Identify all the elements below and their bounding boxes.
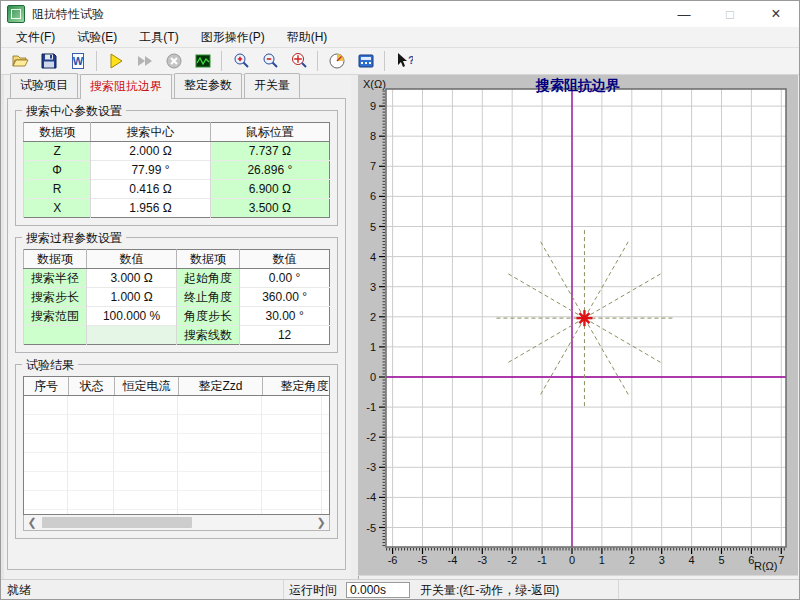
search-process-group: 搜索过程参数设置 数据项 数值 数据项 数值 搜索半径 3.000 Ω 起始角度…: [15, 237, 338, 353]
test-results-group: 试验结果 序号 状态 恒定电流 整定Zzd 整定角度 ❮: [15, 364, 338, 539]
svg-text:W: W: [72, 55, 83, 67]
results-hscrollbar[interactable]: ❮ ❯: [23, 515, 330, 531]
export-word-button[interactable]: W: [63, 48, 92, 75]
toolbar: W ?: [1, 47, 799, 75]
status-empty: [619, 580, 799, 600]
tab-setting-params[interactable]: 整定参数: [174, 73, 242, 98]
parameters-panel: 试验项目 搜索阻抗边界 整定参数 开关量 搜索中心参数设置 数据项 搜索中心 鼠…: [1, 75, 351, 579]
menu-test[interactable]: 试验(E): [68, 27, 126, 48]
context-help-button[interactable]: ?: [389, 48, 418, 75]
search-center-group: 搜索中心参数设置 数据项 搜索中心 鼠标位置 Z 2.000 Ω 7.737 Ω: [15, 110, 338, 226]
param-value-line-count[interactable]: 12: [240, 326, 330, 345]
param-value-phi-center[interactable]: 77.99 °: [91, 161, 210, 180]
results-table-body[interactable]: [23, 396, 330, 515]
param-label-line-count: 搜索线数: [176, 326, 239, 345]
param-value-end-angle[interactable]: 360.00 °: [240, 288, 330, 307]
search-center-table: 数据项 搜索中心 鼠标位置 Z 2.000 Ω 7.737 Ω Φ 77.99 …: [23, 122, 330, 218]
tab-switches[interactable]: 开关量: [244, 73, 300, 98]
col-header-item: 数据项: [24, 123, 91, 142]
window-title: 阻抗特性试验: [32, 6, 104, 23]
help-icon: ?: [395, 52, 413, 70]
col-header-mouse: 鼠标位置: [210, 123, 329, 142]
param-value-r-center[interactable]: 0.416 Ω: [91, 180, 210, 199]
col-header-value-left: 数值: [87, 250, 177, 269]
svg-text:-5: -5: [366, 522, 376, 534]
calculator-button[interactable]: [351, 48, 380, 75]
svg-text:4: 4: [689, 554, 695, 566]
open-icon: [11, 52, 29, 70]
runtime-value: 0.000s: [346, 582, 410, 598]
tab-test-items[interactable]: 试验项目: [10, 73, 78, 98]
zoom-fit-button[interactable]: [284, 48, 313, 75]
maximize-button[interactable]: □: [707, 1, 753, 27]
impedance-plot[interactable]: -6-5-4-3-2-101234567-5-4-3-2-10123456789: [358, 75, 798, 575]
menu-file[interactable]: 文件(F): [7, 27, 64, 48]
param-value-z-center[interactable]: 2.000 Ω: [91, 142, 210, 161]
app-icon: [7, 5, 25, 23]
phasor-icon: [328, 52, 346, 70]
param-value-search-radius[interactable]: 3.000 Ω: [87, 269, 177, 288]
svg-text:0: 0: [569, 554, 575, 566]
svg-text:-1: -1: [366, 401, 376, 413]
chart-title: 搜索阻抗边界: [358, 77, 798, 95]
svg-text:9: 9: [370, 100, 376, 112]
svg-text:7: 7: [778, 554, 784, 566]
table-row: Φ 77.99 ° 26.896 °: [24, 161, 330, 180]
switch-note: 开关量:(红-动作，绿-返回): [410, 580, 618, 600]
fast-forward-button[interactable]: [130, 48, 159, 75]
svg-text:3: 3: [370, 281, 376, 293]
menu-graph-ops[interactable]: 图形操作(P): [192, 27, 274, 48]
param-value-x-center[interactable]: 1.956 Ω: [91, 199, 210, 218]
minimize-button[interactable]: —: [661, 1, 707, 27]
scroll-thumb[interactable]: [42, 517, 192, 528]
search-process-table: 数据项 数值 数据项 数值 搜索半径 3.000 Ω 起始角度 0.00 ° 搜…: [23, 249, 330, 345]
phasor-button[interactable]: [322, 48, 351, 75]
start-test-button[interactable]: [101, 48, 130, 75]
tab-page: 搜索中心参数设置 数据项 搜索中心 鼠标位置 Z 2.000 Ω 7.737 Ω: [7, 98, 346, 570]
col-header-constant-current: 恒定电流: [114, 377, 178, 395]
col-header-status: 状态: [68, 377, 114, 395]
scroll-right-icon[interactable]: ❯: [313, 515, 329, 530]
zoom-in-button[interactable]: [226, 48, 255, 75]
tab-search-impedance-boundary[interactable]: 搜索阻抗边界: [80, 74, 172, 99]
col-header-setting-zzd: 整定Zzd: [178, 377, 262, 395]
status-bar: 就绪 运行时间 0.000s 开关量:(红-动作，绿-返回): [1, 579, 799, 600]
param-value-search-step[interactable]: 1.000 Ω: [87, 288, 177, 307]
svg-text:-5: -5: [418, 554, 428, 566]
stop-button[interactable]: [159, 48, 188, 75]
close-button[interactable]: ×: [753, 1, 799, 27]
col-header-value-right: 数值: [240, 250, 330, 269]
menu-help[interactable]: 帮助(H): [278, 27, 337, 48]
param-value-search-range[interactable]: 100.000 %: [87, 307, 177, 326]
waveform-button[interactable]: [188, 48, 217, 75]
svg-text:2: 2: [370, 311, 376, 323]
save-button[interactable]: [34, 48, 63, 75]
param-label-r: R: [24, 180, 91, 199]
zoom-out-icon: [261, 52, 279, 70]
menu-tools[interactable]: 工具(T): [130, 27, 187, 48]
table-row: R 0.416 Ω 6.900 Ω: [24, 180, 330, 199]
svg-text:-2: -2: [366, 431, 376, 443]
col-header-center: 搜索中心: [91, 123, 210, 142]
param-label-start-angle: 起始角度: [176, 269, 239, 288]
param-value-phi-mouse: 26.896 °: [210, 161, 329, 180]
zoom-out-button[interactable]: [255, 48, 284, 75]
scroll-left-icon[interactable]: ❮: [24, 515, 40, 530]
table-row: 搜索线数 12: [24, 326, 330, 345]
export-word-icon: W: [69, 52, 87, 70]
zoom-in-icon: [232, 52, 250, 70]
svg-text:-2: -2: [507, 554, 517, 566]
open-button[interactable]: [5, 48, 34, 75]
runtime-label: 运行时间: [284, 580, 344, 600]
search-center-legend: 搜索中心参数设置: [22, 103, 126, 120]
param-label-search-range: 搜索范围: [24, 307, 87, 326]
param-label-z: Z: [24, 142, 91, 161]
waveform-icon: [194, 52, 212, 70]
svg-text:8: 8: [370, 130, 376, 142]
svg-text:7: 7: [370, 160, 376, 172]
col-header-item-left: 数据项: [24, 250, 87, 269]
param-value-angle-step[interactable]: 30.00 °: [240, 307, 330, 326]
param-value-start-angle[interactable]: 0.00 °: [240, 269, 330, 288]
impedance-chart-panel[interactable]: -6-5-4-3-2-101234567-5-4-3-2-10123456789…: [358, 75, 798, 576]
svg-text:-1: -1: [537, 554, 547, 566]
